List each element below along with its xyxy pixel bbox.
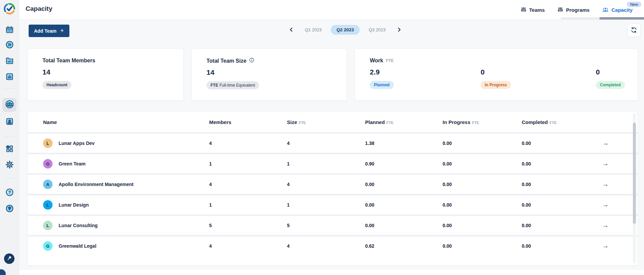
column-planned: PlannedFTE [365, 119, 443, 125]
quarter-q2-2023-selected[interactable]: Q2 2023 [331, 25, 360, 35]
pin-icon [7, 255, 12, 262]
sidebar-item-calendar[interactable] [3, 24, 16, 37]
tab-teams[interactable]: Teams [521, 7, 545, 13]
sidebar-item-members[interactable] [3, 115, 16, 129]
team-avatar: L [43, 221, 53, 230]
team-name: Apollo Environment Management [59, 182, 133, 187]
open-team-arrow-icon[interactable]: → [602, 181, 609, 188]
topbar: Capacity Teams Programs Capacity New [19, 0, 644, 20]
person-badge-icon [5, 117, 14, 127]
in-progress-value: 0.00 [443, 202, 522, 208]
open-team-arrow-icon[interactable]: → [602, 242, 609, 249]
bar-chart-icon [5, 72, 14, 82]
sidebar-item-capacity[interactable] [2, 98, 17, 112]
fte-badge: FTEFull-time Equivalent [206, 81, 259, 89]
avatar-initial: L [46, 223, 49, 228]
team-name: Lunar Design [59, 202, 89, 208]
planned-value: 0.00 [365, 182, 443, 187]
card-title: Total Team Members [42, 58, 176, 64]
team-cell: L Lunar Apps Dev [43, 139, 209, 148]
sidebar-item-portfolios[interactable] [3, 54, 16, 68]
app-logo-icon[interactable] [3, 2, 16, 17]
size-value: 4 [287, 243, 365, 249]
in-progress-value: 0.00 [443, 161, 522, 166]
horizontal-scrollbar-thumb[interactable] [600, 17, 644, 20]
in-progress-stat: 0 In Progress [481, 68, 596, 89]
new-badge: New [627, 2, 641, 7]
sidebar-item-ideas[interactable] [3, 202, 16, 216]
pin-sidebar-button[interactable] [4, 253, 14, 264]
tab-label: Capacity [611, 7, 633, 13]
completed-value: 0.00 [522, 161, 602, 166]
quarter-q1-2023[interactable]: Q1 2023 [305, 27, 322, 32]
refresh-icon [631, 27, 637, 34]
completed-value: 0 [596, 68, 631, 76]
help-icon: ? [5, 188, 14, 198]
completed-value: 0.00 [522, 141, 602, 146]
avatar-initial: G [46, 244, 50, 249]
sidebar-item-apps[interactable] [3, 143, 16, 156]
tab-capacity[interactable]: Capacity [602, 7, 633, 13]
members-value: 1 [209, 202, 287, 208]
table-row[interactable]: L Lunar Apps Dev 4 4 1.38 0.00 0.00 → [28, 132, 638, 153]
portfolio-chart-icon [5, 56, 14, 66]
completed-pill: Completed [596, 81, 625, 89]
capacity-page: ? Capacity Teams Programs [0, 0, 644, 275]
team-avatar: A [43, 180, 53, 189]
members-value: 5 [209, 223, 287, 228]
quarter-q3-2023[interactable]: Q3 2023 [369, 27, 386, 32]
table-row[interactable]: L Lunar Consulting 5 5 0.00 0.00 0.00 → [28, 214, 638, 235]
planned-value: 0.00 [365, 202, 443, 208]
team-avatar: G [43, 159, 53, 169]
next-quarter-button[interactable] [395, 25, 404, 34]
ideas-bulb-icon [5, 204, 14, 214]
previous-quarter-button[interactable] [287, 25, 296, 34]
size-value: 5 [287, 223, 365, 228]
avatar-initial: L [46, 141, 49, 146]
table-row[interactable]: L Lunar Design 1 1 0.00 0.00 0.00 → [28, 194, 638, 214]
apps-grid-icon [5, 145, 14, 154]
open-team-arrow-icon[interactable]: → [602, 140, 609, 147]
refresh-button[interactable] [627, 24, 641, 37]
page-title: Capacity [26, 5, 52, 12]
teams-table: Name Members SizeFTE PlannedFTE In Progr… [27, 112, 638, 266]
arrow-cell: → [602, 140, 638, 147]
members-value: 4 [209, 182, 287, 187]
sidebar-item-help[interactable]: ? [3, 186, 16, 200]
table-row[interactable]: G Green Team 1 1 0.90 0.00 0.00 → [28, 153, 638, 173]
open-team-arrow-icon[interactable]: → [602, 222, 609, 229]
settings-gear-icon [5, 160, 14, 170]
add-team-button[interactable]: Add Team + [29, 25, 69, 37]
team-name: Green Team [59, 161, 86, 166]
in-progress-value: 0.00 [443, 223, 522, 228]
table-row[interactable]: A Apollo Environment Management 4 4 0.00… [28, 173, 638, 194]
in-progress-value: 0.00 [443, 182, 522, 187]
people-icon [602, 7, 609, 13]
plus-icon: + [60, 27, 64, 34]
open-team-arrow-icon[interactable]: → [602, 160, 609, 167]
work-card: Work FTE 2.9 Planned 0 In Progress 0 Com… [355, 49, 638, 101]
in-progress-pill: In Progress [481, 81, 511, 89]
size-value: 4 [287, 141, 365, 146]
toolbar: Add Team + Q1 2023 Q2 2023 Q3 2023 [19, 20, 644, 39]
table-row[interactable]: G Greenwald Legal 4 4 0.62 0.00 0.00 → [28, 235, 638, 255]
card-title: Work FTE [370, 58, 631, 64]
card-title: Total Team Size [206, 58, 340, 64]
vertical-scrollbar [633, 113, 636, 263]
team-cell: L Lunar Design [43, 200, 209, 210]
sidebar-item-settings[interactable] [3, 158, 16, 172]
info-icon[interactable] [249, 58, 254, 64]
open-team-arrow-icon[interactable]: → [602, 201, 609, 208]
completed-value: 0.00 [522, 223, 602, 228]
vertical-scrollbar-thumb[interactable] [633, 123, 636, 224]
tab-programs[interactable]: Programs [557, 7, 589, 13]
column-size: SizeFTE [287, 119, 365, 125]
planned-value: 2.9 [370, 68, 481, 76]
sidebar-item-reports[interactable] [3, 70, 16, 84]
planned-stat: 2.9 Planned [370, 68, 481, 89]
total-size-card: Total Team Size 14 FTEFull-time Equivale… [191, 49, 347, 101]
size-value: 1 [287, 161, 365, 166]
members-value: 1 [209, 161, 287, 166]
sidebar-item-expand[interactable] [3, 38, 16, 52]
size-value: 1 [287, 202, 365, 208]
